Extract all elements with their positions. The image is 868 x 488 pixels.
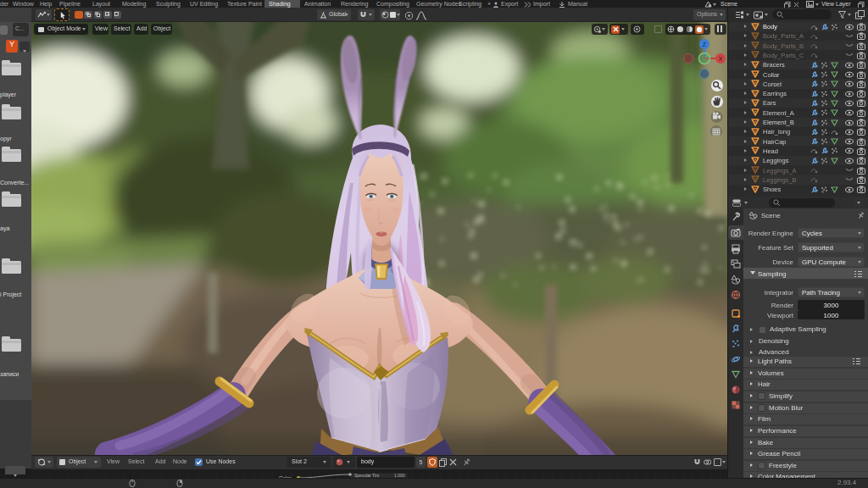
svg-text:Z: Z	[703, 42, 707, 47]
svg-text:X: X	[719, 56, 723, 62]
svg-text:1.000: 1.000	[394, 473, 405, 478]
